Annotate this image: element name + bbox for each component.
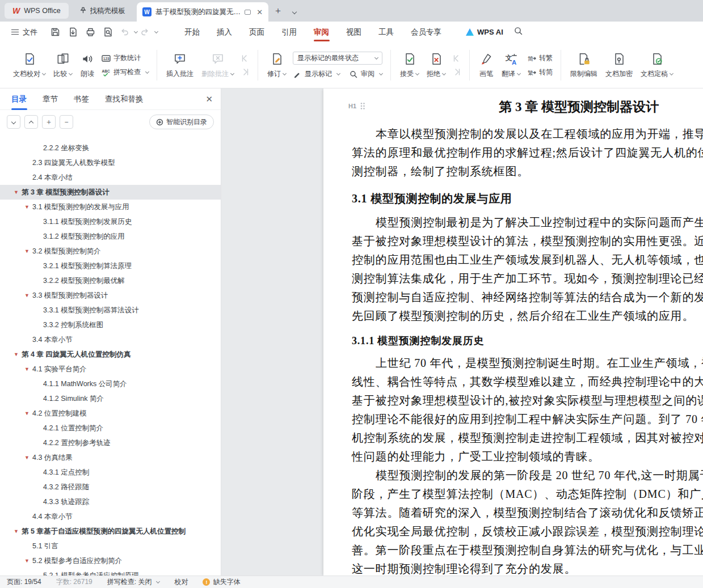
- toc-collapse-button[interactable]: [24, 115, 38, 129]
- menu-tab-home[interactable]: 开始: [176, 22, 208, 43]
- toc-item[interactable]: 4.2.1 位置控制简介: [0, 421, 221, 435]
- to-simplified-button[interactable]: 繁 转简: [527, 67, 553, 77]
- insert-comment-button[interactable]: 插入批注: [162, 49, 197, 81]
- wps-ai-button[interactable]: WPS AI: [466, 28, 503, 36]
- next-change-icon[interactable]: [452, 67, 461, 77]
- tab-list-dropdown[interactable]: [288, 6, 301, 16]
- toc-item[interactable]: ▼4.3 仿真结果: [0, 450, 221, 465]
- to-traditional-button[interactable]: 简 转繁: [527, 53, 553, 63]
- close-icon[interactable]: ✕: [256, 8, 263, 16]
- markup-state-dropdown[interactable]: 显示标记的最终状态: [293, 52, 382, 65]
- spell-check-status[interactable]: 拼写检查: 关闭: [107, 577, 160, 587]
- heading-level-badge[interactable]: H1: [348, 103, 356, 109]
- drag-handle-icon[interactable]: [360, 102, 365, 110]
- toc-item[interactable]: 3.3.1 模型预测控制器算法设计: [0, 303, 221, 318]
- reject-button[interactable]: 拒绝: [423, 49, 449, 81]
- toc-item[interactable]: 3.2.1 模型预测控制算法原理: [0, 259, 221, 273]
- active-doc-tab[interactable]: W 基于模型预测的四旋翼无人机 ✕: [137, 2, 268, 22]
- toc-expand-button[interactable]: [7, 115, 20, 129]
- output-pdf-icon[interactable]: [68, 27, 78, 37]
- toc-expand-arrow-icon[interactable]: ▼: [14, 185, 22, 200]
- translate-button[interactable]: 文A 翻译: [498, 49, 524, 81]
- compare-button[interactable]: 比较: [49, 49, 76, 81]
- undo-icon[interactable]: [119, 27, 130, 37]
- undo-dropdown-icon[interactable]: [134, 29, 138, 33]
- review-mode-button[interactable]: 审阅: [349, 69, 382, 79]
- toc-item[interactable]: 4.4 本章小节: [0, 509, 221, 524]
- missing-font-warning[interactable]: ! 缺失字体: [203, 577, 240, 587]
- search-icon[interactable]: [513, 26, 523, 38]
- toc-zoom-out-button[interactable]: －: [60, 115, 73, 129]
- print-icon[interactable]: [85, 27, 96, 37]
- toc-item[interactable]: 2.3 四旋翼无人机数学模型: [0, 155, 221, 170]
- redo-icon[interactable]: [140, 27, 150, 37]
- toc-item[interactable]: 2.2.2 坐标变换: [0, 141, 221, 155]
- show-markup-button[interactable]: 显示标记: [293, 69, 340, 79]
- page-indicator[interactable]: 页面: 19/54: [7, 577, 41, 587]
- menu-tab-reference[interactable]: 引用: [273, 22, 305, 43]
- menu-tab-tools[interactable]: 工具: [370, 22, 402, 43]
- toc-expand-arrow-icon[interactable]: ▼: [14, 347, 22, 362]
- toc-item[interactable]: ▼4.2 位置控制建模: [0, 406, 221, 421]
- toc-expand-arrow-icon[interactable]: ▼: [24, 288, 32, 303]
- toc-expand-arrow-icon[interactable]: ▼: [24, 450, 32, 465]
- close-sidebar-icon[interactable]: ✕: [205, 88, 213, 110]
- toc-item[interactable]: 4.1.1 MathWorks 公司简介: [0, 377, 221, 391]
- delete-comment-button[interactable]: 删除批注: [197, 49, 238, 81]
- toc-item[interactable]: ▼3.3 模型预测控制器设计: [0, 288, 221, 303]
- new-tab-button[interactable]: ＋: [268, 5, 288, 17]
- toc-item[interactable]: 3.1.1 模型预测控制发展历史: [0, 214, 221, 229]
- toc-item[interactable]: 4.3.3 轨迹跟踪: [0, 494, 221, 509]
- toc-item[interactable]: 2.4 本章小结: [0, 170, 221, 185]
- toc-item[interactable]: ▼5.2 模型参考自适应控制简介: [0, 553, 221, 568]
- smart-toc-button[interactable]: 智能识别目录: [149, 115, 214, 129]
- popout-icon[interactable]: [245, 10, 251, 15]
- toc-item[interactable]: ▼第 5 章基于自适应模型预测的四旋翼无人机位置控制: [0, 524, 221, 539]
- sidebar-tab-bookmark[interactable]: 书签: [74, 88, 89, 110]
- word-count-button[interactable]: 123 字数统计: [102, 53, 149, 63]
- toc-item[interactable]: 5.2.1 模型参考自适应控制原理: [0, 568, 221, 576]
- redo-dropdown-icon[interactable]: [154, 29, 158, 33]
- toc-item[interactable]: 4.2.2 置控制参考轨迹: [0, 435, 221, 450]
- accept-button[interactable]: 接受: [396, 49, 423, 81]
- wps-home-tab[interactable]: W WPS Office: [5, 3, 69, 19]
- proofread-button[interactable]: 校对: [174, 577, 188, 587]
- toc-expand-arrow-icon[interactable]: ▼: [14, 524, 22, 539]
- word-count-indicator[interactable]: 字数: 26719: [56, 577, 92, 587]
- restrict-edit-button[interactable]: 限制编辑: [566, 49, 601, 81]
- toc-item[interactable]: ▼第 4 章 四旋翼无人机位置控制仿真: [0, 347, 221, 362]
- finalize-button[interactable]: 文档定稿: [637, 49, 677, 81]
- toc-item[interactable]: 3.1.2 模型预测控制的应用: [0, 229, 221, 244]
- toc-item[interactable]: ▼3.2 模型预测控制简介: [0, 244, 221, 259]
- toc-item[interactable]: ▼3.1 模型预测控制的发展与应用: [0, 200, 221, 214]
- toc-item[interactable]: 3.3.2 控制系统框图: [0, 318, 221, 332]
- previous-comment-icon[interactable]: [241, 54, 250, 63]
- sidebar-tab-toc[interactable]: 目录: [11, 88, 27, 110]
- toc-item[interactable]: 5.1 引言: [0, 539, 221, 553]
- toc-item[interactable]: 4.3.1 定点控制: [0, 465, 221, 480]
- sidebar-tab-chapter[interactable]: 章节: [43, 88, 58, 110]
- previous-change-icon[interactable]: [452, 54, 461, 63]
- toc-item[interactable]: 4.1.2 Simulink 简介: [0, 391, 221, 406]
- track-changes-button[interactable]: 修订: [263, 49, 290, 81]
- menu-tab-member[interactable]: 会员专享: [402, 22, 450, 43]
- file-menu-button[interactable]: 文件: [7, 27, 42, 37]
- print-preview-icon[interactable]: [103, 27, 113, 37]
- doc-proof-button[interactable]: 文档校对: [9, 49, 49, 81]
- sidebar-tab-find-replace[interactable]: 查找和替换: [105, 88, 144, 110]
- toc-item[interactable]: 4.3.2 路径跟随: [0, 480, 221, 494]
- pinned-doc-tab[interactable]: 找稿壳模板: [73, 3, 133, 19]
- read-aloud-button[interactable]: 朗读: [76, 49, 99, 81]
- menu-tab-page[interactable]: 页面: [241, 22, 273, 43]
- toc-expand-arrow-icon[interactable]: ▼: [24, 362, 32, 377]
- toc-expand-arrow-icon[interactable]: ▼: [24, 553, 32, 568]
- toc-expand-arrow-icon[interactable]: ▼: [24, 200, 32, 214]
- menu-tab-view[interactable]: 视图: [338, 22, 370, 43]
- toc-expand-arrow-icon[interactable]: ▼: [24, 406, 32, 421]
- save-icon[interactable]: [50, 27, 61, 37]
- encrypt-button[interactable]: 文档加密: [601, 49, 637, 81]
- toc-item[interactable]: ▼4.1 实验平台简介: [0, 362, 221, 377]
- spell-check-button[interactable]: ABC 拼写检查: [102, 67, 149, 77]
- pen-button[interactable]: 画笔: [475, 49, 498, 81]
- toc-item[interactable]: 3.4 本章小节: [0, 332, 221, 347]
